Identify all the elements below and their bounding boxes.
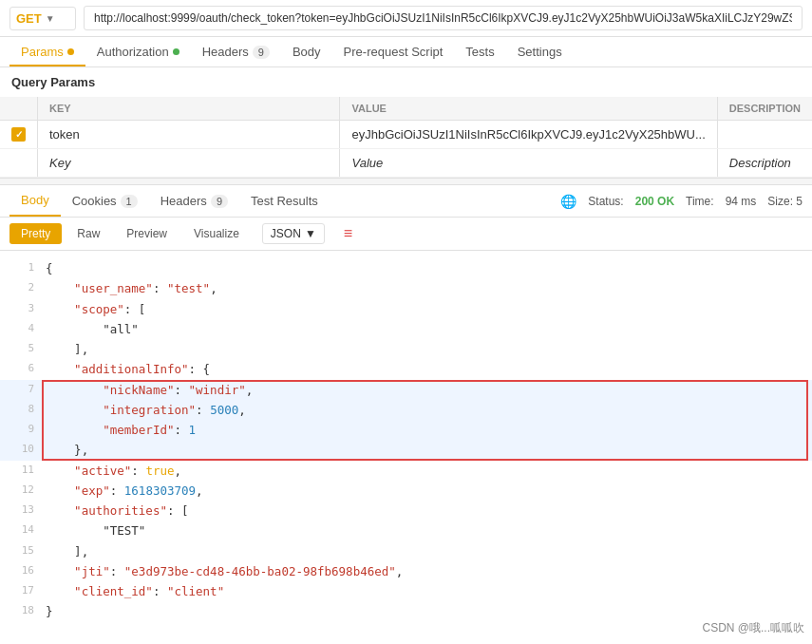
response-tab-body[interactable]: Body bbox=[9, 185, 61, 217]
json-line: 12 "exp": 1618303709, bbox=[0, 481, 812, 501]
line-content: "all" bbox=[46, 319, 804, 339]
line-number: 14 bbox=[8, 521, 34, 540]
line-content: "scope": [ bbox=[46, 299, 804, 319]
line-number: 5 bbox=[8, 339, 34, 358]
empty-key[interactable]: Key bbox=[38, 149, 340, 178]
line-number: 12 bbox=[8, 481, 34, 500]
tab-tests[interactable]: Tests bbox=[454, 37, 505, 66]
tab-settings[interactable]: Settings bbox=[506, 37, 574, 66]
size-label: Size: 5 bbox=[767, 195, 803, 208]
json-line: 1 { bbox=[0, 258, 812, 278]
json-format-selector[interactable]: JSON ▼ bbox=[262, 223, 325, 244]
json-line: 11 "active": true, bbox=[0, 461, 812, 481]
json-line: 9 "memberId": 1 bbox=[0, 420, 812, 440]
col-check bbox=[0, 97, 38, 121]
line-content: "integration": 5000, bbox=[46, 400, 804, 420]
line-content: ], bbox=[46, 339, 804, 359]
authorization-dot bbox=[173, 48, 179, 55]
line-content: { bbox=[46, 258, 804, 278]
method-selector[interactable]: GET ▼ bbox=[9, 7, 76, 30]
params-dot bbox=[67, 48, 74, 55]
line-content: "jti": "e3d973be-cd48-46bb-ba02-98fb698b… bbox=[46, 561, 804, 581]
json-line: 10 }, bbox=[0, 440, 812, 460]
empty-checkbox-cell[interactable] bbox=[0, 149, 38, 178]
line-number: 1 bbox=[8, 258, 34, 277]
time-value: 94 ms bbox=[726, 195, 757, 208]
status-code: 200 OK bbox=[635, 195, 674, 208]
time-label: Time: bbox=[686, 195, 714, 208]
json-line: 4 "all" bbox=[0, 319, 812, 339]
line-number: 15 bbox=[8, 541, 34, 560]
json-chevron-icon: ▼ bbox=[305, 227, 316, 240]
tab-prerequest[interactable]: Pre-request Script bbox=[332, 37, 455, 66]
params-table: KEY VALUE DESCRIPTION token eyJhbGciOiJS… bbox=[0, 97, 812, 178]
json-line: 14 "TEST" bbox=[0, 521, 812, 540]
response-tab-testresults-label: Test Results bbox=[251, 194, 318, 208]
param-key[interactable]: token bbox=[38, 121, 340, 149]
tab-authorization[interactable]: Authorization bbox=[85, 37, 191, 66]
response-tab-testresults[interactable]: Test Results bbox=[239, 186, 330, 216]
tab-body[interactable]: Body bbox=[281, 37, 332, 66]
tab-params[interactable]: Params bbox=[9, 37, 85, 66]
line-number: 13 bbox=[8, 501, 34, 520]
line-number: 9 bbox=[8, 420, 34, 439]
response-tab-cookies[interactable]: Cookies 1 bbox=[61, 186, 149, 216]
table-row: token eyJhbGciOiJSUzI1NiIsInR5cCl6IkpXVC… bbox=[0, 121, 812, 149]
view-tab-raw[interactable]: Raw bbox=[66, 223, 111, 244]
json-format-label: JSON bbox=[271, 227, 301, 240]
response-tab-headers-label: Headers bbox=[161, 194, 207, 208]
response-tab-body-label: Body bbox=[21, 193, 49, 207]
status-area: 🌐 Status: 200 OK Time: 94 ms Size: 5 bbox=[560, 194, 803, 209]
empty-desc[interactable]: Description bbox=[717, 149, 812, 178]
headers-badge: 9 bbox=[253, 46, 270, 59]
watermark: CSDN @哦...呱呱吹 bbox=[702, 620, 804, 636]
request-tabs: Params Authorization Headers 9 Body Pre-… bbox=[0, 37, 812, 67]
line-number: 18 bbox=[8, 601, 34, 620]
json-line: 18 } bbox=[0, 601, 812, 621]
section-divider bbox=[0, 178, 812, 185]
empty-value[interactable]: Value bbox=[340, 149, 717, 178]
json-line: 3 "scope": [ bbox=[0, 299, 812, 319]
json-line: 6 "additionalInfo": { bbox=[0, 359, 812, 379]
param-value[interactable]: eyJhbGciOiJSUzI1NiIsInR5cCl6IkpXVCJ9.eyJ… bbox=[340, 121, 717, 149]
line-content: "user_name": "test", bbox=[46, 278, 804, 298]
url-input[interactable] bbox=[84, 6, 803, 30]
line-content: "memberId": 1 bbox=[46, 420, 804, 440]
tab-tests-label: Tests bbox=[465, 45, 494, 59]
col-desc-header: DESCRIPTION bbox=[717, 97, 812, 121]
view-tab-pretty-label: Pretty bbox=[21, 227, 50, 240]
line-content: }, bbox=[46, 440, 804, 460]
line-number: 6 bbox=[8, 359, 34, 378]
wrap-button[interactable]: ≡ bbox=[336, 222, 360, 245]
json-line: 5 ], bbox=[0, 339, 812, 359]
json-line: 8 "integration": 5000, bbox=[0, 400, 812, 420]
globe-icon: 🌐 bbox=[560, 194, 576, 209]
url-bar: GET ▼ bbox=[0, 0, 812, 37]
json-content[interactable]: 1 { 2 "user_name": "test", 3 "scope": [ … bbox=[0, 251, 812, 638]
line-number: 3 bbox=[8, 299, 34, 318]
col-value-header: VALUE bbox=[340, 97, 717, 121]
chevron-down-icon: ▼ bbox=[46, 13, 55, 24]
view-tab-preview[interactable]: Preview bbox=[115, 223, 179, 244]
line-number: 10 bbox=[8, 440, 34, 459]
response-tabs: Body Cookies 1 Headers 9 Test Results 🌐 … bbox=[0, 185, 812, 218]
cookies-badge: 1 bbox=[121, 195, 138, 208]
view-tab-pretty[interactable]: Pretty bbox=[9, 223, 62, 244]
response-tab-headers[interactable]: Headers 9 bbox=[149, 186, 239, 216]
line-number: 11 bbox=[8, 461, 34, 480]
view-tab-visualize[interactable]: Visualize bbox=[182, 223, 251, 244]
json-line: 13 "authorities": [ bbox=[0, 501, 812, 521]
json-line: 17 "client_id": "client" bbox=[0, 581, 812, 601]
param-desc[interactable] bbox=[717, 121, 812, 149]
view-tab-visualize-label: Visualize bbox=[194, 227, 239, 240]
line-number: 16 bbox=[8, 561, 34, 580]
row-checkbox-cell[interactable] bbox=[0, 121, 38, 149]
line-content: "exp": 1618303709, bbox=[46, 481, 804, 501]
tab-headers[interactable]: Headers 9 bbox=[191, 37, 281, 66]
line-content: ], bbox=[46, 541, 804, 561]
line-content: "additionalInfo": { bbox=[46, 359, 804, 379]
view-tab-raw-label: Raw bbox=[77, 227, 100, 240]
row-checkbox[interactable] bbox=[11, 127, 26, 142]
tab-params-label: Params bbox=[21, 45, 64, 59]
tab-prerequest-label: Pre-request Script bbox=[344, 45, 444, 59]
